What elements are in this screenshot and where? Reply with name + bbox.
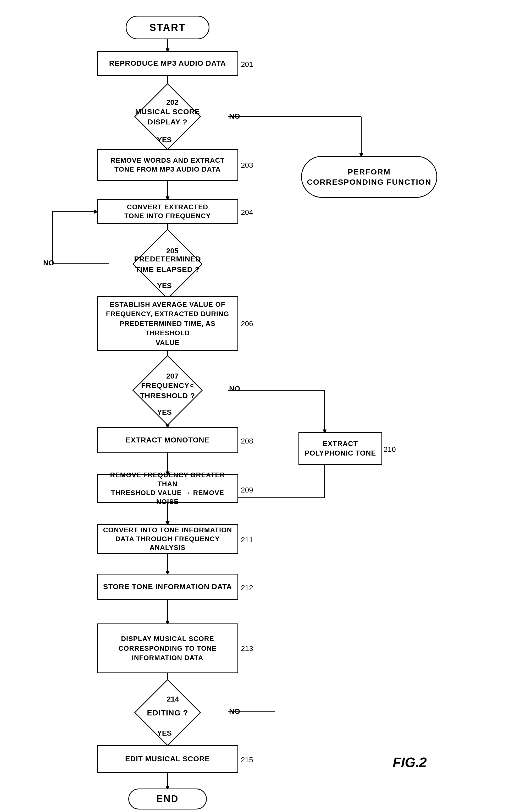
- process-212: STORE TONE INFORMATION DATA: [97, 574, 238, 600]
- ref-213: 213: [241, 645, 253, 653]
- flowchart-diagram: START REPRODUCE MP3 AUDIO DATA 201 MUSIC…: [0, 0, 532, 810]
- yes-label-202: YES: [157, 136, 172, 144]
- process-203: REMOVE WORDS AND EXTRACT TONE FROM MP3 A…: [97, 149, 238, 181]
- ref-214-label: 214: [167, 695, 179, 703]
- ref-215: 215: [241, 756, 253, 764]
- ref-211: 211: [241, 536, 253, 544]
- yes-label-207: YES: [157, 408, 172, 417]
- ref-201: 201: [241, 60, 253, 69]
- process-201: REPRODUCE MP3 AUDIO DATA: [97, 51, 238, 76]
- no-label-214: NO: [229, 707, 240, 716]
- process-211: CONVERT INTO TONE INFORMATION DATA THROU…: [97, 524, 238, 554]
- ref-210: 210: [384, 446, 396, 454]
- end-terminal: END: [128, 789, 207, 809]
- no-label-205: NO: [43, 259, 54, 267]
- ref-204: 204: [241, 208, 253, 217]
- ref-207-label: 207: [166, 372, 179, 380]
- yes-label-205: YES: [157, 281, 172, 290]
- decision-214-text: EDITING ?: [147, 708, 188, 718]
- decision-202-text: MUSICAL SCORE DISPLAY ?: [135, 107, 200, 127]
- process-204: CONVERT EXTRACTED TONE INTO FREQUENCY: [97, 199, 238, 224]
- process-213: DISPLAY MUSICAL SCORE CORRESPONDING TO T…: [97, 623, 238, 673]
- ref-208: 208: [241, 437, 253, 446]
- decision-205-text: PREDETERMINED TIME ELAPSED ?: [134, 254, 201, 274]
- arrows-svg: [0, 0, 532, 810]
- ref-212: 212: [241, 584, 253, 592]
- ref-202-label: 202: [166, 98, 179, 107]
- no-label-202: NO: [229, 112, 240, 120]
- process-209: REMOVE FREQUENCY GREATER THAN THRESHOLD …: [97, 474, 238, 503]
- figure-label: FIG.2: [393, 755, 427, 770]
- process-206: ESTABLISH AVERAGE VALUE OF FREQUENCY, EX…: [97, 296, 238, 351]
- process-208: EXTRACT MONOTONE: [97, 427, 238, 453]
- start-terminal: START: [126, 16, 210, 39]
- decision-207-text: FREQUENCY< THRESHOLD ?: [140, 380, 195, 401]
- ref-203: 203: [241, 161, 253, 169]
- process-210: EXTRACT POLYPHONIC TONE: [298, 432, 382, 465]
- yes-label-214: YES: [157, 729, 172, 738]
- ref-206: 206: [241, 320, 253, 328]
- no-label-207: NO: [229, 385, 240, 393]
- ref-209: 209: [241, 486, 253, 494]
- perform-function: PERFORM CORRESPONDING FUNCTION: [301, 156, 437, 198]
- process-215: EDIT MUSICAL SCORE: [97, 745, 238, 773]
